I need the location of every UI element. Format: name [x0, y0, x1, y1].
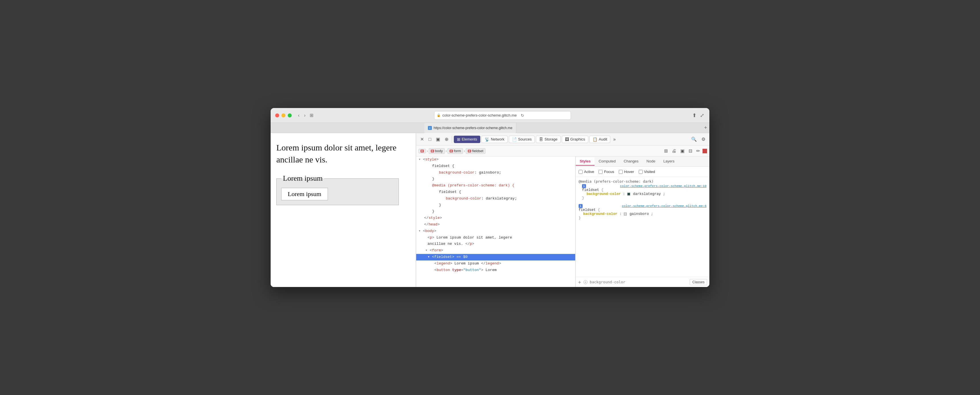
grid2-button[interactable]: ⊟ [687, 147, 694, 154]
devtools-search-button[interactable]: 🔍 [689, 135, 698, 143]
devtools-dock-button[interactable]: ▣ [434, 135, 442, 143]
tab-layers[interactable]: Layers [659, 157, 678, 166]
breadcrumb-fieldset[interactable]: E fieldset [466, 148, 485, 154]
new-tab-button[interactable]: + [704, 125, 707, 131]
elements-tab-icon: ⊞ [457, 137, 460, 142]
tab-graphics[interactable]: 🖼 Graphics [562, 135, 588, 143]
html-line-selected[interactable]: ▾ <fieldset> == $0 [416, 254, 575, 261]
browser-window: ‹ › ⊞ 🔒 color-scheme-prefers-color-schem… [270, 108, 710, 287]
e-badge: E [431, 150, 434, 153]
html-line: <button type="button"> Lorem [416, 267, 575, 274]
css-value-2: gainsboro [630, 212, 649, 216]
page-paragraph: Lorem ipsum dolor sit amet, legere ancil… [276, 142, 410, 166]
focus-state-check[interactable]: Focus [598, 170, 614, 174]
tab-styles[interactable]: Styles [576, 157, 595, 166]
css-rule-media: @media (prefers-color-scheme: dark) i co… [579, 179, 706, 200]
css-close-brace-1: } [582, 196, 706, 200]
tab-changes[interactable]: Changes [620, 157, 643, 166]
html-line: <legend> Lorem ipsum </legend> [416, 261, 575, 267]
html-panel-scroll[interactable]: ▾ <style> fieldset { background-color: g… [416, 156, 575, 287]
maximize-button[interactable] [288, 113, 292, 118]
devtools-settings-button[interactable]: ⚙ [700, 135, 707, 143]
css-rule-header-2: i color-scheme-prefers-color-scheme.glit… [579, 204, 706, 208]
css-property-name-1: background-color [587, 192, 621, 196]
hover-checkbox[interactable] [619, 170, 623, 174]
css-rule-header: i color-scheme-prefers-color-scheme.glit… [582, 184, 706, 188]
active-checkbox[interactable] [579, 170, 582, 174]
html-line: </style> [416, 215, 575, 221]
tab-audit[interactable]: 📋 Audit [589, 135, 611, 143]
network-tab-icon: 📡 [485, 137, 490, 142]
visited-state-check[interactable]: Visited [639, 170, 655, 174]
visited-checkbox[interactable] [639, 170, 643, 174]
styles-tabs: Styles Computed Changes Node Layers [576, 156, 710, 167]
html-line: <p> Lorem ipsum dolor sit amet, legere [416, 234, 575, 241]
breadcrumb-form[interactable]: E form [447, 148, 463, 154]
styles-panel: Styles Computed Changes Node Layers Acti… [576, 156, 710, 287]
forward-button[interactable]: › [302, 112, 307, 119]
audit-tab-label: Audit [599, 137, 608, 141]
breadcrumb-form-label: form [454, 149, 461, 153]
css-selector-1: fieldset { [582, 188, 706, 192]
box-model-button[interactable]: ▣ [679, 147, 686, 154]
devtools-inspect-button[interactable]: ⊕ [443, 135, 450, 143]
html-line: ▾ <body> [416, 228, 575, 234]
browser-tab[interactable]: c https://color-scheme-prefers-color-sch… [425, 123, 516, 133]
breadcrumb-body[interactable]: E body [429, 148, 445, 154]
devtools-undock-button[interactable]: □ [427, 135, 433, 143]
css-value-1: darkslategray [633, 192, 661, 196]
css-source-link-2[interactable]: color-scheme-prefers-color-scheme.glitch… [622, 204, 706, 208]
devtools-toolbar: ✕ □ ▣ ⊕ ⊞ Elements 📡 Network 📄 Sources [416, 133, 710, 146]
sources-tab-label: Sources [518, 137, 532, 141]
css-info-icon-1: i [582, 184, 586, 188]
breadcrumb-arrow-3: › [464, 149, 465, 153]
tab-network[interactable]: 📡 Network [482, 135, 508, 143]
network-tab-label: Network [491, 137, 504, 141]
elements-tab-label: Elements [462, 137, 477, 141]
hover-state-check[interactable]: Hover [619, 170, 634, 174]
active-state-check[interactable]: Active [579, 170, 594, 174]
close-button[interactable] [275, 113, 279, 118]
demo-button[interactable]: Lorem ipsum [281, 188, 328, 200]
minimize-button[interactable] [282, 113, 285, 118]
tab-sources[interactable]: 📄 Sources [509, 135, 535, 143]
devtools-content: ▾ <style> fieldset { background-color: g… [416, 156, 710, 287]
focus-checkbox[interactable] [598, 170, 603, 174]
add-property-icon[interactable]: + [578, 279, 581, 285]
red-square-button[interactable] [703, 149, 707, 153]
css-selector-2: fieldset { [579, 208, 706, 212]
html-line: background-color: gainsboro; [416, 170, 575, 176]
main-content: Lorem ipsum dolor sit amet, legere ancil… [270, 133, 710, 287]
breadcrumb-root[interactable]: E [418, 149, 426, 153]
legend-demo: Lorem ipsum [281, 174, 324, 183]
devtools-panel: ✕ □ ▣ ⊕ ⊞ Elements 📡 Network 📄 Sources [416, 133, 710, 287]
more-tabs-button[interactable]: » [611, 135, 617, 143]
print-button[interactable]: 🖨 [670, 148, 678, 154]
tab-elements[interactable]: ⊞ Elements [454, 135, 480, 143]
share-button[interactable]: ⬆ [692, 112, 697, 119]
property-filter-input[interactable] [590, 280, 687, 284]
classes-button[interactable]: Classes [690, 279, 707, 285]
sidebar-toggle-button[interactable]: ⊞ [310, 113, 313, 118]
css-close-brace-2: } [579, 216, 706, 220]
e-badge: E [420, 150, 424, 153]
breadcrumb-arrow-2: › [445, 149, 447, 153]
tab-computed[interactable]: Computed [595, 157, 620, 166]
css-rules[interactable]: @media (prefers-color-scheme: dark) i co… [576, 177, 710, 277]
html-line: </head> [416, 221, 575, 228]
pen-button[interactable]: ✏ [695, 147, 702, 154]
back-button[interactable]: ‹ [296, 112, 301, 119]
tab-node[interactable]: Node [643, 157, 659, 166]
html-line: ▾ <style> [416, 156, 575, 163]
address-bar[interactable]: 🔒 color-scheme-prefers-color-scheme.glit… [434, 111, 571, 120]
state-bar: Active Focus Hover Visited [576, 167, 710, 177]
css-source-link-1[interactable]: color-scheme-prefers-color-scheme.glitch… [620, 185, 706, 188]
graphics-tab-icon: 🖼 [565, 137, 569, 142]
html-line: fieldset { [416, 189, 575, 196]
devtools-close-button[interactable]: ✕ [418, 135, 426, 143]
fullscreen-button[interactable]: ⤢ [699, 112, 705, 119]
tab-storage[interactable]: 🗄 Storage [536, 135, 561, 143]
grid-layout-button[interactable]: ⊞ [663, 147, 669, 154]
html-line: ancillae ne vis. </p> [416, 241, 575, 247]
reload-button[interactable]: ↻ [521, 113, 524, 118]
